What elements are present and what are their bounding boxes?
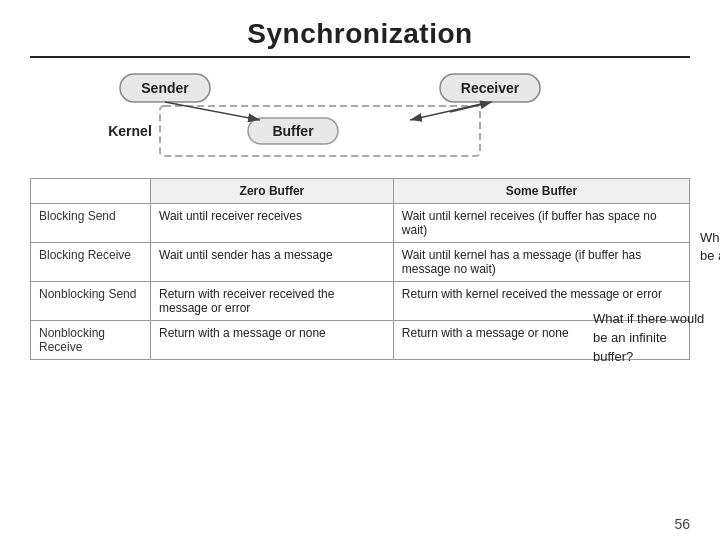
blocking-receive-some: Wait until kernel has a message (if buff…	[393, 243, 689, 282]
row-label-nonblocking-receive: Nonblocking Receive	[31, 321, 151, 360]
diagram-svg: Sender Receiver Kernel Buffer	[60, 70, 660, 170]
table-header-row: Zero Buffer Some Buffer	[31, 179, 690, 204]
table-row: Nonblocking Send Return with receiver re…	[31, 282, 690, 321]
diagram-area: Sender Receiver Kernel Buffer	[30, 70, 690, 170]
side-note-abs: What if there would be an infinite buffe…	[593, 310, 708, 367]
page-number: 56	[674, 516, 690, 532]
row-label-blocking-send: Blocking Send	[31, 204, 151, 243]
divider	[30, 56, 690, 58]
table-row: Blocking Send Wait until receiver receiv…	[31, 204, 690, 243]
table-row: Blocking Receive Wait until sender has a…	[31, 243, 690, 282]
nonblocking-receive-zero: Return with a message or none	[151, 321, 394, 360]
svg-line-4	[165, 102, 260, 120]
table-wrapper: Zero Buffer Some Buffer Blocking Send Wa…	[30, 178, 690, 360]
blocking-receive-zero: Wait until sender has a message	[151, 243, 394, 282]
row-label-blocking-receive: Blocking Receive	[31, 243, 151, 282]
sender-label: Sender	[141, 80, 189, 96]
col-header-zero-buffer: Zero Buffer	[151, 179, 394, 204]
receiver-label: Receiver	[461, 80, 520, 96]
nonblocking-send-zero: Return with receiver received the messag…	[151, 282, 394, 321]
blocking-send-some: Wait until kernel receives (if buffer ha…	[393, 204, 689, 243]
col-header-empty	[31, 179, 151, 204]
row-label-nonblocking-send: Nonblocking Send	[31, 282, 151, 321]
data-table: Zero Buffer Some Buffer Blocking Send Wa…	[30, 178, 690, 360]
col-header-some-buffer: Some Buffer	[393, 179, 689, 204]
kernel-label: Kernel	[108, 123, 152, 139]
page: Synchronization Sender Receiver Kernel B…	[0, 0, 720, 540]
side-note: What if there would be an infinite buffe…	[700, 229, 720, 265]
buffer-label: Buffer	[272, 123, 314, 139]
table-row: Nonblocking Receive Return with a messag…	[31, 321, 690, 360]
page-title: Synchronization	[247, 18, 472, 50]
blocking-send-zero: Wait until receiver receives	[151, 204, 394, 243]
